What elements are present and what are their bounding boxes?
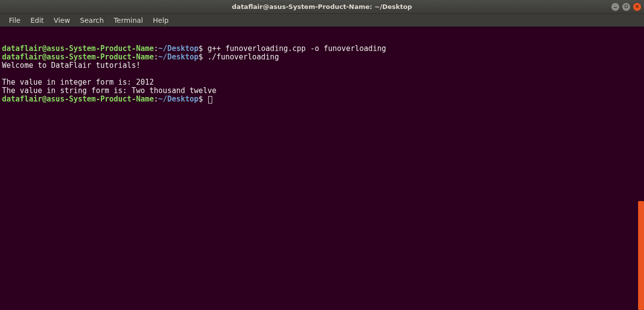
minimize-icon bbox=[613, 4, 617, 9]
minimize-button[interactable] bbox=[611, 3, 619, 11]
menu-view[interactable]: View bbox=[49, 14, 75, 26]
prompt-colon: : bbox=[154, 95, 158, 103]
terminal-line: The value in integer form is: 2012 bbox=[2, 78, 642, 87]
prompt-colon: : bbox=[154, 44, 158, 53]
svg-rect-1 bbox=[625, 5, 628, 7]
cursor bbox=[208, 96, 212, 103]
output-text: The value in integer form is: 2012 bbox=[2, 78, 154, 87]
menu-edit[interactable]: Edit bbox=[25, 14, 48, 26]
output-text: The value in string form is: Two thousan… bbox=[2, 86, 216, 95]
prompt-dollar: $ bbox=[198, 52, 207, 61]
prompt-user-host: dataflair@asus-System-Product-Name bbox=[2, 95, 154, 103]
prompt-colon: : bbox=[154, 52, 158, 61]
prompt-path: ~/Desktop bbox=[158, 44, 198, 53]
prompt-path: ~/Desktop bbox=[158, 52, 198, 61]
prompt-user-host: dataflair@asus-System-Product-Name bbox=[2, 52, 154, 61]
terminal-body[interactable]: dataflair@asus-System-Product-Name:~/Des… bbox=[0, 27, 644, 310]
window-title: dataflair@asus-System-Product-Name: ~/De… bbox=[232, 3, 412, 10]
maximize-button[interactable] bbox=[622, 3, 630, 11]
terminal-line: dataflair@asus-System-Product-Name:~/Des… bbox=[2, 53, 642, 61]
output-text: Welcome to DataFlair tutorials! bbox=[2, 61, 140, 70]
terminal-line: Welcome to DataFlair tutorials! bbox=[2, 61, 642, 70]
menu-file[interactable]: File bbox=[4, 14, 25, 26]
prompt-dollar: $ bbox=[198, 95, 207, 103]
terminal-line: dataflair@asus-System-Product-Name:~/Des… bbox=[2, 45, 642, 53]
prompt-user-host: dataflair@asus-System-Product-Name bbox=[2, 44, 154, 53]
command-text: ./funoverloading bbox=[207, 52, 279, 61]
terminal-line: The value in string form is: Two thousan… bbox=[2, 87, 642, 95]
menu-terminal[interactable]: Terminal bbox=[109, 14, 148, 26]
prompt-path: ~/Desktop bbox=[158, 95, 198, 103]
command-text: g++ funoverloading.cpp -o funoverloading bbox=[207, 44, 386, 53]
titlebar: dataflair@asus-System-Product-Name: ~/De… bbox=[0, 0, 644, 14]
menubar: File Edit View Search Terminal Help bbox=[0, 14, 644, 27]
prompt-dollar: $ bbox=[198, 44, 207, 53]
close-button[interactable] bbox=[633, 3, 641, 11]
scrollbar-thumb[interactable] bbox=[638, 201, 644, 310]
menu-help[interactable]: Help bbox=[148, 14, 174, 26]
window-controls bbox=[611, 3, 641, 11]
terminal-line bbox=[2, 70, 642, 78]
close-icon bbox=[635, 4, 639, 9]
menu-search[interactable]: Search bbox=[75, 14, 109, 26]
maximize-icon bbox=[624, 4, 628, 9]
terminal-line: dataflair@asus-System-Product-Name:~/Des… bbox=[2, 95, 642, 103]
